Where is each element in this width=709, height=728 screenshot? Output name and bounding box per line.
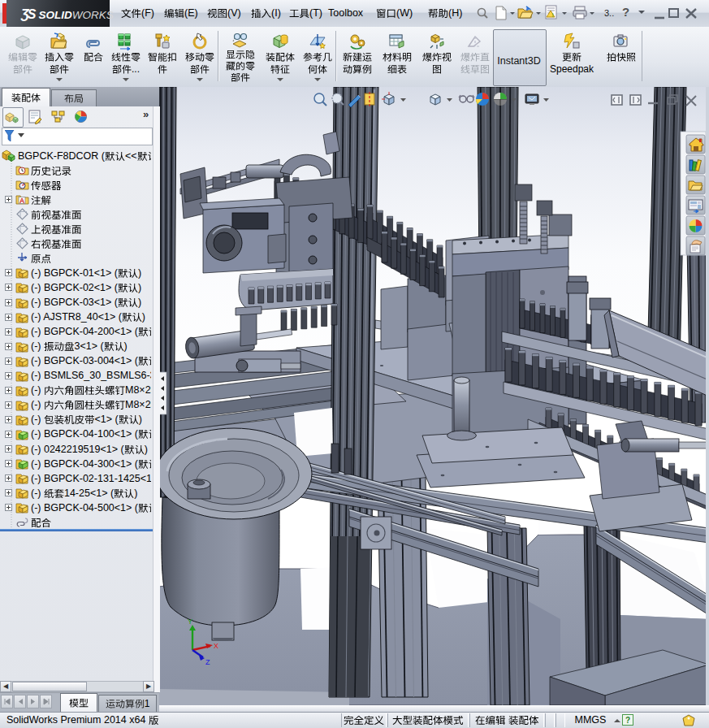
svg-text:A: A <box>19 197 24 205</box>
svg-text:?: ? <box>625 716 630 725</box>
svg-text:Y: Y <box>188 618 192 626</box>
svg-text:X: X <box>214 642 218 650</box>
svg-text:Z: Z <box>205 658 210 666</box>
